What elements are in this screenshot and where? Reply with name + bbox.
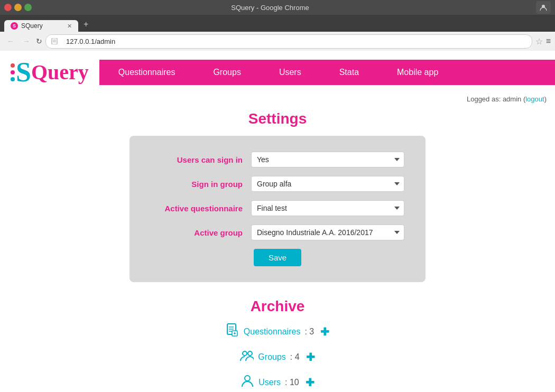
archive-count-questionnaires: : 3 xyxy=(304,327,314,337)
logo-area: S Query xyxy=(0,51,99,94)
forward-button[interactable]: → xyxy=(20,36,33,46)
maximize-button[interactable] xyxy=(24,4,32,11)
questionnaire-icon xyxy=(226,323,239,340)
logo-s: S xyxy=(16,59,31,86)
dot-red xyxy=(11,63,15,68)
menu-button[interactable]: ≡ xyxy=(546,36,551,46)
minimize-button[interactable] xyxy=(14,4,22,11)
logo-query: Query xyxy=(31,62,89,83)
archive-title: Archive xyxy=(11,298,544,315)
archive-link-groups[interactable]: Groups xyxy=(258,352,285,362)
archive-add-questionnaires[interactable]: ✚ xyxy=(320,325,329,338)
label-users-sign-in: Users can sign in xyxy=(151,155,251,164)
select-active-questionnaire[interactable]: Final test Test 1 Test 2 xyxy=(251,200,404,216)
label-sign-in-group: Sign in group xyxy=(151,180,251,189)
archive-add-groups[interactable]: ✚ xyxy=(306,351,315,363)
form-row-active-group: Active group Disegno Industriale A.A. 20… xyxy=(151,225,404,240)
archive-link-questionnaires[interactable]: Questionnaires xyxy=(244,327,301,337)
save-button[interactable]: Save xyxy=(254,249,301,266)
profile-icon xyxy=(540,4,547,11)
archive-count-groups: : 4 xyxy=(290,352,300,362)
nav-mobileapp[interactable]: Mobile app xyxy=(378,60,457,85)
nav-menu: Questionnaires Groups Users Stata Mobile… xyxy=(99,60,555,85)
svg-point-13 xyxy=(245,376,250,381)
logout-link[interactable]: logout xyxy=(525,95,544,103)
app-header: S Query Questionnaires Groups Users Stat… xyxy=(0,51,555,94)
nav-questionnaires[interactable]: Questionnaires xyxy=(99,60,195,85)
archive-item-groups: Groups : 4 ✚ xyxy=(240,349,314,366)
form-row-users-sign-in: Users can sign in Yes No xyxy=(151,152,404,167)
tab-label: SQuery xyxy=(21,22,43,30)
main-content: Settings Users can sign in Yes No Sign i… xyxy=(0,105,555,392)
logged-bar: Logged as: admin (logout) xyxy=(0,94,555,105)
label-active-group: Active group xyxy=(151,228,251,237)
settings-title: Settings xyxy=(11,110,544,127)
svg-point-12 xyxy=(248,351,252,356)
archive-link-users[interactable]: Users xyxy=(258,378,281,387)
nav-groups[interactable]: Groups xyxy=(194,60,260,85)
form-row-sign-in-group: Sign in group Group alfa Group beta Grou… xyxy=(151,176,404,192)
users-icon xyxy=(240,374,254,391)
svg-point-11 xyxy=(243,351,247,356)
archive-item-questionnaires: Questionnaires : 3 ✚ xyxy=(226,323,329,340)
reload-button[interactable]: ↻ xyxy=(36,37,42,45)
select-sign-in-group[interactable]: Group alfa Group beta Group gamma xyxy=(251,176,404,192)
nav-stata[interactable]: Stata xyxy=(320,60,378,85)
dot-cyan xyxy=(11,77,15,81)
page-icon xyxy=(51,38,58,44)
archive-list: Questionnaires : 3 ✚ Groups : 4 ✚ Users … xyxy=(11,323,544,391)
tab-close-button[interactable]: ✕ xyxy=(67,23,72,30)
new-tab-button[interactable]: + xyxy=(80,20,91,29)
nav-users[interactable]: Users xyxy=(260,60,320,85)
select-active-group[interactable]: Disegno Industriale A.A. 2016/2017 Group… xyxy=(251,225,404,240)
app-content: S Query Questionnaires Groups Users Stat… xyxy=(0,51,555,392)
archive-count-users: : 10 xyxy=(285,378,299,387)
settings-box: Users can sign in Yes No Sign in group G… xyxy=(130,136,426,282)
logged-text: Logged as: admin ( xyxy=(467,95,525,103)
save-row: Save xyxy=(151,249,404,266)
address-input[interactable] xyxy=(61,36,526,47)
dot-pink xyxy=(11,70,15,74)
bookmark-button[interactable]: ☆ xyxy=(535,36,543,46)
select-users-sign-in[interactable]: Yes No xyxy=(251,152,404,167)
groups-icon xyxy=(240,349,254,366)
close-button[interactable] xyxy=(4,4,12,11)
window-title: SQuery - Google Chrome xyxy=(35,4,505,12)
tab-favicon: S xyxy=(11,22,18,30)
svg-rect-1 xyxy=(52,38,57,44)
logo-dots xyxy=(11,63,15,81)
archive-item-users: Users : 10 ✚ xyxy=(240,374,314,391)
browser-tab[interactable]: S SQuery ✕ xyxy=(4,20,78,32)
label-active-questionnaire: Active questionnaire xyxy=(151,204,251,213)
form-row-active-questionnaire: Active questionnaire Final test Test 1 T… xyxy=(151,200,404,216)
archive-add-users[interactable]: ✚ xyxy=(306,376,314,389)
back-button[interactable]: ← xyxy=(4,36,17,46)
